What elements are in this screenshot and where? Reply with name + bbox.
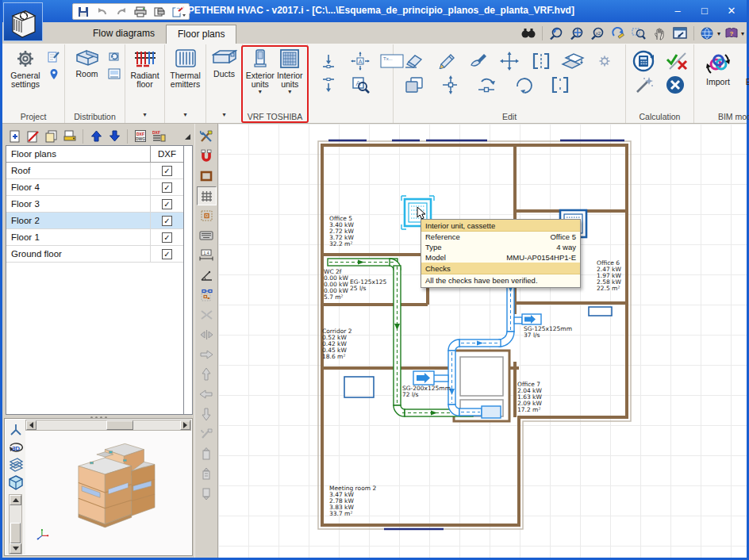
dxf-checkbox[interactable]: ✓ xyxy=(162,182,172,193)
help-dropdown-arrow[interactable]: ▾ xyxy=(741,30,744,37)
equipment-box-small[interactable] xyxy=(589,307,612,316)
redraw-button[interactable] xyxy=(609,25,628,42)
split-button[interactable] xyxy=(529,51,553,71)
snap-magnet-button[interactable] xyxy=(197,147,217,166)
dxf-layers-button[interactable]: DXF xyxy=(151,128,167,144)
move-down-button[interactable] xyxy=(106,128,122,144)
bim-import-button[interactable]: Import xyxy=(701,49,735,108)
drawing-canvas[interactable]: Office 53.40 kW2.72 kW3.72 kW32.2 m² WC … xyxy=(218,124,747,558)
snap-grid-button[interactable] xyxy=(197,206,217,225)
wizard-button[interactable] xyxy=(635,75,655,95)
zoom-fit-button[interactable] xyxy=(567,25,586,42)
minimize-button[interactable]: – xyxy=(664,0,691,21)
dxf-checkbox[interactable]: ✓ xyxy=(162,232,172,243)
edit-settings-button[interactable] xyxy=(593,51,616,71)
copy-button[interactable] xyxy=(402,75,426,95)
search-button[interactable] xyxy=(519,25,538,42)
edit-button[interactable] xyxy=(434,51,458,71)
close-button[interactable]: ✕ xyxy=(718,0,745,21)
floor-plan-drawing[interactable] xyxy=(218,124,747,557)
edit-plan-button[interactable] xyxy=(46,49,62,63)
edit-floor-plan-button[interactable] xyxy=(25,128,41,144)
extend-button[interactable] xyxy=(197,325,217,344)
floor-row-roof[interactable]: Roof ✓ xyxy=(6,163,183,179)
ducts-button[interactable]: Ducts xyxy=(209,46,240,111)
print-floor-plan-button[interactable] xyxy=(62,128,78,144)
layers-3d-button[interactable] xyxy=(7,456,25,474)
arrow-right-button[interactable] xyxy=(197,345,217,364)
bim-export-button[interactable]: Export xyxy=(741,49,749,108)
sheet-down-button[interactable] xyxy=(197,484,217,503)
room-button[interactable]: Room xyxy=(67,46,106,111)
thermal-emitters-dropdown[interactable]: ▾ xyxy=(165,112,205,122)
zoom-previous-button[interactable] xyxy=(547,25,566,42)
interior-units-dropdown[interactable]: ▾ xyxy=(288,89,291,95)
zoom-window-button[interactable] xyxy=(629,25,648,42)
zoom-x2-button[interactable]: x2 xyxy=(588,25,607,42)
room-view-button[interactable] xyxy=(106,67,122,81)
copy-to-floor-button[interactable] xyxy=(561,51,585,71)
supply-grille-sg125[interactable] xyxy=(522,314,541,324)
sheet-up-button[interactable] xyxy=(197,444,217,463)
radiant-floor-dropdown[interactable]: ▾ xyxy=(125,112,164,122)
solid-view-button[interactable] xyxy=(7,474,25,491)
floor-row-ground[interactable]: Ground floor ✓ xyxy=(6,246,183,263)
help-button[interactable]: ? xyxy=(722,25,741,42)
scroll-up-button[interactable] xyxy=(10,495,21,505)
tab-flow-diagrams[interactable]: Flow diagrams xyxy=(82,25,166,44)
select-objects-button[interactable] xyxy=(197,286,217,305)
app-logo[interactable] xyxy=(3,2,43,41)
move-button[interactable] xyxy=(497,51,521,71)
arrow-up-button[interactable] xyxy=(197,365,217,384)
move-element-button[interactable] xyxy=(439,75,463,95)
arrow-down-button[interactable] xyxy=(197,405,217,424)
cancel-calculation-button[interactable] xyxy=(666,75,686,95)
find-text-button[interactable]: A xyxy=(348,75,372,95)
supply-grille-sg200[interactable] xyxy=(413,371,434,385)
preview-3d-hscrollbar[interactable] xyxy=(25,420,191,431)
grid-button[interactable] xyxy=(197,186,217,205)
keyboard-entry-button[interactable] xyxy=(197,226,217,245)
ortho-rectangle-button[interactable] xyxy=(197,167,217,186)
exterior-units-button[interactable]: Exterior units ▾ xyxy=(245,46,275,111)
scroll-down-button[interactable] xyxy=(10,543,21,554)
floor-row-floor4[interactable]: Floor 4 ✓ xyxy=(6,179,183,196)
copy-floor-plan-button[interactable] xyxy=(44,128,60,144)
move-text-button[interactable]: A xyxy=(348,51,372,71)
preview-3d-vscrollbar[interactable] xyxy=(9,494,22,554)
align-bottom-button[interactable] xyxy=(317,51,340,71)
location-pin-button[interactable] xyxy=(46,67,62,81)
dxf-checkbox[interactable]: ✓ xyxy=(162,216,172,226)
hscroll-thumb[interactable] xyxy=(106,420,133,430)
sheet-middle-button[interactable] xyxy=(197,464,217,483)
move-up-button[interactable] xyxy=(88,128,104,144)
add-floor-plan-button[interactable] xyxy=(7,128,23,144)
repair-button[interactable] xyxy=(197,424,217,443)
dxf-checkbox[interactable]: ✓ xyxy=(162,199,172,209)
dimension-button[interactable]: 1.4 xyxy=(197,246,217,265)
scroll-right-button[interactable] xyxy=(180,420,190,430)
language-globe-button[interactable] xyxy=(698,25,717,42)
floor-row-floor3[interactable]: Floor 3 ✓ xyxy=(6,196,183,213)
equipment-box[interactable] xyxy=(344,377,374,397)
duct-end-unit[interactable] xyxy=(482,406,501,418)
arrow-left-button[interactable] xyxy=(197,385,217,404)
tab-floor-plans[interactable]: Floor plans xyxy=(166,25,236,44)
dxf-templates-button[interactable]: DXFDWG xyxy=(133,128,148,144)
maximize-button[interactable]: □ xyxy=(691,0,718,21)
tools-button[interactable] xyxy=(197,127,217,146)
interior-units-button[interactable]: Interior units ▾ xyxy=(275,46,305,111)
axes-view-button[interactable] xyxy=(7,421,25,439)
align-top-button[interactable] xyxy=(317,75,340,95)
join-button[interactable] xyxy=(548,75,572,95)
floor-row-floor2-selected[interactable]: Floor 2 ✓ xyxy=(6,213,183,229)
pan-button[interactable] xyxy=(650,25,669,42)
checks-button[interactable] xyxy=(666,51,688,71)
copy-properties-button[interactable] xyxy=(466,51,490,71)
general-settings-button[interactable]: General settings xyxy=(5,46,46,111)
update-rooms-button[interactable] xyxy=(106,49,122,63)
angle-button[interactable] xyxy=(197,266,217,285)
rotate-element-button[interactable] xyxy=(475,75,499,95)
vscroll-thumb[interactable] xyxy=(10,523,21,543)
scroll-left-button[interactable] xyxy=(26,420,36,430)
